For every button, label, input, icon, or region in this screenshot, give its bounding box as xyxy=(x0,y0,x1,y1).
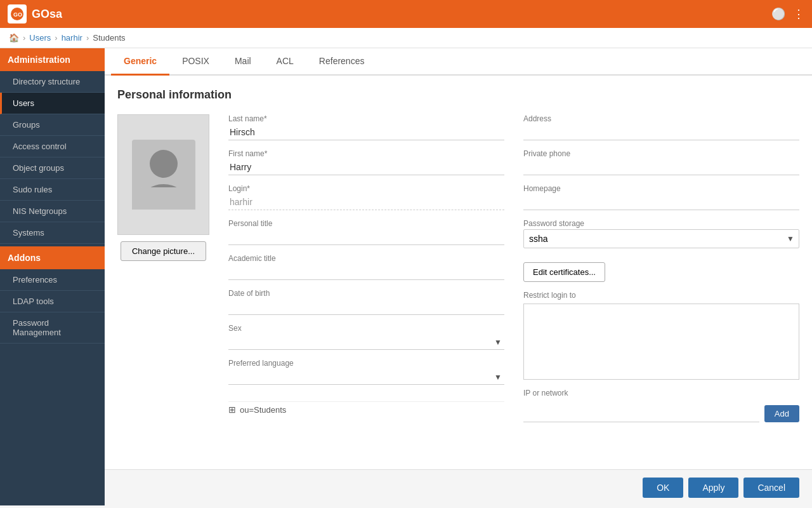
password-storage-select[interactable]: ssha sha md5 crypt xyxy=(523,229,799,248)
address-group: Address xyxy=(523,114,799,140)
main-content: Generic POSIX Mail ACL References Person… xyxy=(105,48,812,505)
sidebar-item-preferences[interactable]: Preferences xyxy=(0,269,105,291)
sidebar-item-password-management[interactable]: Password Management xyxy=(0,312,105,344)
preferred-language-wrapper: English German ▼ xyxy=(228,369,504,385)
preferred-language-group: Preferred language English German ▼ xyxy=(228,359,504,385)
sex-label: Sex xyxy=(228,324,504,333)
password-storage-label: Password storage xyxy=(523,219,799,228)
sidebar-item-object-groups[interactable]: Object groups xyxy=(0,157,105,179)
sidebar-item-nis-netgroups[interactable]: NIS Netgroups xyxy=(0,201,105,222)
logo-icon: GO xyxy=(8,4,27,23)
sidebar: Administration Directory structure Users… xyxy=(0,48,105,505)
tab-references[interactable]: References xyxy=(306,48,377,76)
apply-button[interactable]: Apply xyxy=(688,478,738,498)
restrict-login-label: Restrict login to xyxy=(523,291,799,300)
avatar-silhouette-svg xyxy=(132,140,195,210)
tab-mail[interactable]: Mail xyxy=(222,48,264,76)
tab-bar: Generic POSIX Mail ACL References xyxy=(105,48,812,76)
section-title: Personal information xyxy=(117,88,799,102)
svg-rect-6 xyxy=(132,203,195,210)
ou-text: ou=Students xyxy=(240,405,286,415)
login-input[interactable] xyxy=(228,194,504,210)
personal-title-input[interactable] xyxy=(228,229,504,245)
ok-button[interactable]: OK xyxy=(643,478,683,498)
cancel-button[interactable]: Cancel xyxy=(743,478,799,498)
first-name-group: First name* xyxy=(228,149,504,175)
homepage-input[interactable] xyxy=(523,194,799,210)
sidebar-item-directory-structure[interactable]: Directory structure xyxy=(0,71,105,93)
last-name-group: Last name* xyxy=(228,114,504,140)
personal-title-label: Personal title xyxy=(228,219,504,228)
private-phone-input[interactable] xyxy=(523,159,799,175)
breadcrumb-sep-2: › xyxy=(55,33,57,43)
sidebar-item-ldap-tools[interactable]: LDAP tools xyxy=(0,291,105,312)
sidebar-admin-header: Administration xyxy=(0,48,105,71)
sex-group: Sex Male Female ▼ xyxy=(228,324,504,350)
homepage-label: Homepage xyxy=(523,184,799,193)
sidebar-item-users[interactable]: Users xyxy=(0,93,105,114)
sex-select-wrapper: Male Female ▼ xyxy=(228,334,504,350)
add-button[interactable]: Add xyxy=(764,405,799,422)
first-name-label: First name* xyxy=(228,149,504,158)
personal-info-grid: Change picture... Last name* First name*… xyxy=(117,114,799,429)
breadcrumb: 🏠 › Users › harhir › Students xyxy=(0,28,812,48)
breadcrumb-users[interactable]: Users xyxy=(29,33,51,43)
svg-point-3 xyxy=(150,150,178,178)
app-logo: GO GOsa xyxy=(8,4,62,23)
tab-generic[interactable]: Generic xyxy=(111,48,169,76)
address-input[interactable] xyxy=(523,124,799,140)
breadcrumb-harhir[interactable]: harhir xyxy=(62,33,82,43)
app-name: GOsa xyxy=(32,8,62,21)
last-name-input[interactable] xyxy=(228,124,504,140)
main-layout: Administration Directory structure Users… xyxy=(0,48,812,505)
tab-acl[interactable]: ACL xyxy=(264,48,306,76)
last-name-label: Last name* xyxy=(228,114,504,123)
dots-menu-icon[interactable]: ⋮ xyxy=(793,7,804,21)
sidebar-item-access-control[interactable]: Access control xyxy=(0,136,105,157)
topbar: GO GOsa ⚪ ⋮ xyxy=(0,0,812,28)
ip-network-row: Add xyxy=(523,405,799,422)
password-storage-group: Password storage ssha sha md5 crypt ▼ xyxy=(523,219,799,248)
private-phone-label: Private phone xyxy=(523,149,799,158)
sidebar-item-systems[interactable]: Systems xyxy=(0,222,105,244)
ip-network-input[interactable] xyxy=(523,406,759,422)
address-label: Address xyxy=(523,114,799,123)
breadcrumb-students: Students xyxy=(93,33,125,43)
left-fields: Last name* First name* Login* Personal t… xyxy=(228,114,504,429)
ip-network-label: IP or network xyxy=(523,389,799,398)
first-name-input[interactable] xyxy=(228,159,504,175)
date-of-birth-group: Date of birth xyxy=(228,289,504,315)
restrict-login-group: Restrict login to xyxy=(523,291,799,380)
content-area: Personal information Change picture... xyxy=(105,76,812,469)
tab-posix[interactable]: POSIX xyxy=(169,48,222,76)
change-picture-button[interactable]: Change picture... xyxy=(121,241,206,261)
sidebar-item-sudo-rules[interactable]: Sudo rules xyxy=(0,179,105,201)
academic-title-input[interactable] xyxy=(228,264,504,280)
svg-text:GO: GO xyxy=(13,11,22,18)
sidebar-item-groups[interactable]: Groups xyxy=(0,114,105,136)
avatar-section: Change picture... xyxy=(117,114,209,429)
ou-row: ⊞ ou=Students xyxy=(228,401,504,415)
date-of-birth-label: Date of birth xyxy=(228,289,504,298)
homepage-group: Homepage xyxy=(523,184,799,210)
right-fields: Address Private phone Homepage Password … xyxy=(523,114,799,429)
password-storage-wrapper: ssha sha md5 crypt ▼ xyxy=(523,229,799,248)
ou-icon: ⊞ xyxy=(228,404,236,415)
restrict-login-textarea[interactable] xyxy=(523,304,799,380)
sidebar-addons-header: Addons xyxy=(0,246,105,269)
date-of-birth-input[interactable] xyxy=(228,299,504,315)
academic-title-group: Academic title xyxy=(228,254,504,280)
ip-network-group: IP or network Add xyxy=(523,389,799,422)
topbar-icons: ⚪ ⋮ xyxy=(771,7,804,21)
preferred-language-label: Preferred language xyxy=(228,359,504,368)
breadcrumb-sep-3: › xyxy=(86,33,89,43)
preferred-language-select[interactable]: English German xyxy=(228,369,504,385)
login-label: Login* xyxy=(228,184,504,193)
avatar-box xyxy=(117,114,209,235)
personal-title-group: Personal title xyxy=(228,219,504,245)
home-icon[interactable]: 🏠 xyxy=(9,33,19,43)
edit-certificates-button[interactable]: Edit certificates... xyxy=(523,262,605,282)
circle-icon[interactable]: ⚪ xyxy=(771,7,785,21)
private-phone-group: Private phone xyxy=(523,149,799,175)
sex-select[interactable]: Male Female xyxy=(228,334,504,350)
